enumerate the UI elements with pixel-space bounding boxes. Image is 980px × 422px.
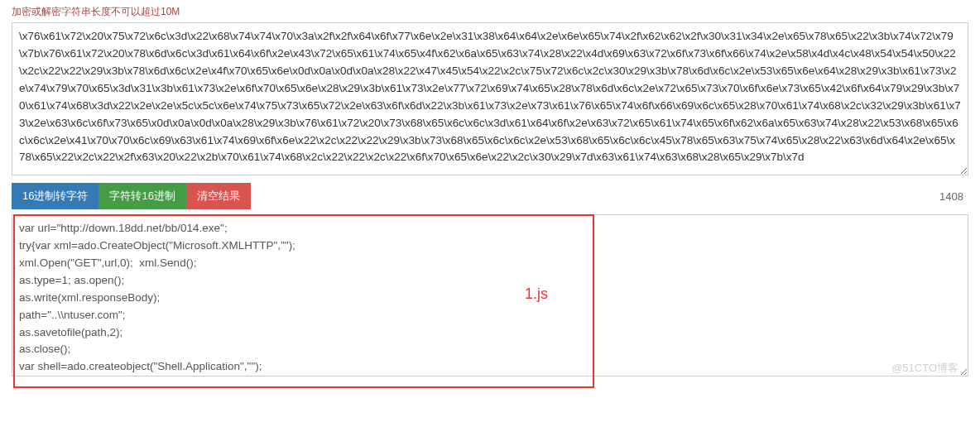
length-warning: 加密或解密字符串长度不可以超过10M xyxy=(12,5,968,19)
hex-to-string-button[interactable]: 16进制转字符 xyxy=(12,183,98,209)
character-count: 1408 xyxy=(939,190,968,203)
decoded-output-textarea[interactable] xyxy=(12,214,968,376)
toolbar: 16进制转字符 字符转16进制 清空结果 1408 xyxy=(12,183,968,209)
string-to-hex-button[interactable]: 字符转16进制 xyxy=(98,183,185,209)
encoded-input-textarea[interactable] xyxy=(12,22,968,175)
clear-result-button[interactable]: 清空结果 xyxy=(186,183,251,209)
